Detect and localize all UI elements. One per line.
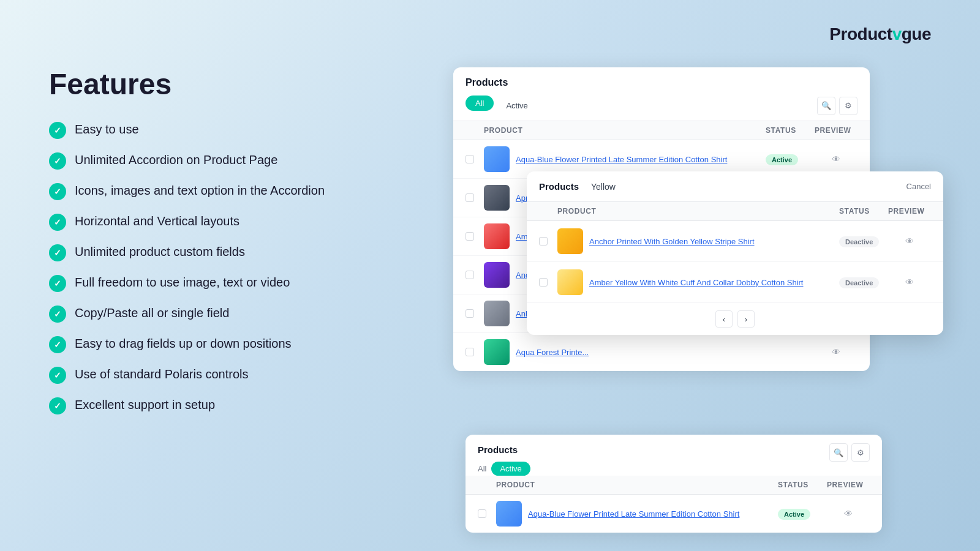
- bottom-preview-eye-icon[interactable]: 👁: [827, 509, 870, 519]
- next-page-button[interactable]: ›: [737, 310, 755, 328]
- prev-page-button[interactable]: ‹: [715, 310, 733, 328]
- features-panel: Features Easy to use Unlimited Accordion…: [49, 67, 368, 427]
- modal-th-status: Status: [839, 207, 888, 216]
- product-cell: Aqua-Blue Flower Printed Late Summer Edi…: [484, 146, 766, 172]
- feature-text: Unlimited Accordion on Product Page: [75, 151, 277, 168]
- row-checkbox[interactable]: [466, 271, 474, 279]
- bottom-status-cell: Active: [778, 508, 827, 519]
- bottom-status-badge: Active: [778, 509, 810, 520]
- feature-text: Easy to use: [75, 121, 139, 138]
- feature-text: Excellent support in setup: [75, 396, 215, 413]
- bottom-th-status: Status: [778, 481, 827, 489]
- feature-item: Use of standard Polaris controls: [49, 365, 368, 384]
- bottom-product-thumbnail: [496, 501, 522, 527]
- feature-item: Icons, images and text option in the Acc…: [49, 182, 368, 200]
- modal-pagination: ‹ ›: [527, 303, 943, 335]
- feature-text: Icons, images and text option in the Acc…: [75, 182, 325, 199]
- product-cell: Aqua Forest Printe...: [484, 339, 766, 365]
- modal-table-body: Anchor Printed With Golden Yellow Stripe…: [527, 221, 943, 303]
- feature-item: Easy to drag fields up or down positions: [49, 335, 368, 353]
- product-thumbnail: [484, 339, 510, 365]
- table-row: Aqua Forest Printe... 👁: [453, 333, 870, 371]
- bottom-card-title: Products: [478, 444, 518, 455]
- logo: Productvgue: [829, 24, 931, 44]
- feature-text: Full freedom to use image, text or video: [75, 274, 290, 291]
- filter-icon-btn[interactable]: ⚙: [839, 97, 858, 115]
- feature-item: Horizontal and Vertical layouts: [49, 212, 368, 231]
- product-thumbnail: [484, 146, 510, 172]
- logo-v-icon: v: [892, 24, 902, 43]
- modal-preview-eye-icon[interactable]: 👁: [888, 277, 931, 287]
- tab-active[interactable]: Active: [496, 96, 537, 116]
- modal-preview-eye-icon[interactable]: 👁: [888, 236, 931, 246]
- tab-all[interactable]: All: [466, 96, 494, 111]
- row-checkbox[interactable]: [466, 193, 474, 202]
- modal-cancel-button[interactable]: Cancel: [907, 182, 931, 191]
- search-icon-btn[interactable]: 🔍: [817, 97, 835, 115]
- check-icon: [49, 214, 66, 231]
- main-toolbar-right: 🔍 ⚙: [817, 97, 858, 115]
- modal-header: Products Yellow Cancel: [527, 171, 943, 202]
- feature-text: Horizontal and Vertical layouts: [75, 212, 239, 230]
- modal-th-check: [539, 207, 557, 216]
- product-thumbnail: [484, 185, 510, 211]
- modal-row-checkbox[interactable]: [539, 278, 548, 287]
- check-icon: [49, 275, 66, 292]
- bottom-search-icon-btn[interactable]: 🔍: [829, 443, 848, 462]
- preview-eye-icon[interactable]: 👁: [815, 347, 858, 357]
- th-product: Product: [484, 126, 766, 135]
- check-icon: [49, 367, 66, 384]
- feature-item: Unlimited Accordion on Product Page: [49, 151, 368, 170]
- th-status: Status: [766, 126, 815, 135]
- bottom-th-preview: Preview: [827, 481, 870, 489]
- product-thumbnail: [484, 301, 510, 326]
- modal-product-link[interactable]: Amber Yellow With White Cuff And Collar …: [589, 278, 803, 287]
- check-icon: [49, 122, 66, 139]
- bottom-row-checkbox[interactable]: [478, 509, 486, 518]
- row-checkbox[interactable]: [466, 348, 474, 356]
- bottom-tab-active[interactable]: Active: [491, 462, 530, 476]
- th-check: [466, 126, 484, 135]
- check-icon: [49, 244, 66, 261]
- feature-text: Use of standard Polaris controls: [75, 365, 248, 383]
- modal-table-row: Anchor Printed With Golden Yellow Stripe…: [527, 221, 943, 262]
- modal-status-cell: Deactive: [839, 277, 888, 288]
- bottom-table-header: Product Status Preview: [466, 476, 882, 495]
- check-icon: [49, 152, 66, 170]
- feature-item: Excellent support in setup: [49, 396, 368, 414]
- modal-th-product: Product: [557, 207, 839, 216]
- modal-table-row: Amber Yellow With White Cuff And Collar …: [527, 262, 943, 303]
- products-bottom-card: Products 🔍 ⚙ All Active Product Status P…: [466, 435, 882, 533]
- bottom-tab-all[interactable]: All: [478, 464, 486, 473]
- row-checkbox[interactable]: [466, 155, 474, 163]
- row-checkbox[interactable]: [466, 232, 474, 241]
- product-link[interactable]: Aqua-Blue Flower Printed Late Summer Edi…: [516, 155, 727, 164]
- modal-product-link[interactable]: Anchor Printed With Golden Yellow Stripe…: [589, 237, 755, 246]
- bottom-table-row: Aqua-Blue Flower Printed Late Summer Edi…: [466, 495, 882, 533]
- modal-product-thumbnail: [557, 228, 583, 254]
- modal-card: Products Yellow Cancel Product Status Pr…: [527, 171, 943, 335]
- product-link[interactable]: Aqua Forest Printe...: [516, 348, 589, 357]
- feature-text: Unlimited product custom fields: [75, 243, 245, 260]
- modal-product-cell: Amber Yellow With White Cuff And Collar …: [557, 269, 839, 295]
- preview-eye-icon[interactable]: 👁: [815, 154, 858, 164]
- main-table-header: Product Status Preview: [453, 121, 870, 140]
- check-icon: [49, 183, 66, 200]
- bottom-filter-icon-btn[interactable]: ⚙: [851, 443, 870, 462]
- main-tabs: All Active: [466, 96, 538, 116]
- modal-row-checkbox[interactable]: [539, 237, 548, 246]
- check-icon: [49, 305, 66, 323]
- main-card-title: Products: [466, 77, 858, 88]
- feature-item: Easy to use: [49, 121, 368, 139]
- logo-text-after: gue: [902, 24, 931, 43]
- logo-text-before: Product: [829, 24, 892, 43]
- bottom-product-link[interactable]: Aqua-Blue Flower Printed Late Summer Edi…: [528, 509, 739, 519]
- bottom-product-cell: Aqua-Blue Flower Printed Late Summer Edi…: [496, 501, 778, 527]
- features-title: Features: [49, 67, 368, 101]
- feature-item: Copy/Paste all or single field: [49, 304, 368, 323]
- modal-status-cell: Deactive: [839, 236, 888, 247]
- row-checkbox[interactable]: [466, 309, 474, 318]
- modal-status-badge: Deactive: [839, 236, 879, 247]
- modal-status-badge: Deactive: [839, 277, 879, 288]
- bottom-tabs: All Active: [478, 462, 870, 476]
